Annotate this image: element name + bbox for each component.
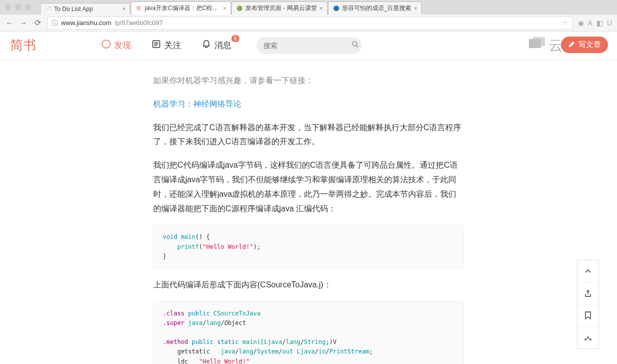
close-window[interactable] <box>5 4 11 10</box>
search-box[interactable] <box>256 37 362 54</box>
tab-label: 发布管理页面 - 网易云课堂 <box>245 4 317 13</box>
svg-line-6 <box>357 45 359 47</box>
maximize-window[interactable] <box>25 4 31 10</box>
close-icon[interactable]: × <box>414 5 417 12</box>
write-label: 写文章 <box>578 40 601 50</box>
search-icon[interactable] <box>351 40 360 51</box>
close-icon[interactable]: × <box>223 5 226 12</box>
back-button[interactable]: ← <box>5 19 14 28</box>
browser-tab[interactable]: 📄 To Do List App × <box>40 3 130 15</box>
article-paragraph: 我们把C代码编译成java字节码，这样我们的C语言便具备了可跨品台属性。通过把C… <box>153 158 464 216</box>
svg-line-14 <box>588 337 590 339</box>
svg-rect-8 <box>533 37 545 46</box>
extension-icon[interactable]: A <box>588 19 592 27</box>
nav-discover[interactable]: 发现 <box>101 39 131 52</box>
tab-favicon: 简 <box>135 5 142 12</box>
bookmark-button[interactable] <box>577 304 598 326</box>
close-icon[interactable]: × <box>122 6 126 13</box>
site-header: 简书 发现 关注 消息 6 云课堂 写文章 <box>0 32 617 60</box>
browser-tab[interactable]: 简 java开发C编译器：把C程序编译... × <box>131 2 231 15</box>
tab-favicon: 🟢 <box>236 5 243 12</box>
svg-line-13 <box>585 337 588 339</box>
extension-icon[interactable]: U <box>607 19 612 27</box>
scroll-top-button[interactable] <box>577 260 598 282</box>
browser-tab[interactable]: 🟢 发布管理页面 - 网易云课堂 × <box>231 2 328 15</box>
notification-badge: 6 <box>231 35 239 42</box>
nav-messages[interactable]: 消息 6 <box>201 39 231 52</box>
follow-icon <box>151 39 161 52</box>
tab-label: java开发C编译器：把C程序编译... <box>145 4 220 13</box>
browser-tab[interactable]: 🔵 形容可怕的成语_百度搜索 × <box>328 2 422 15</box>
tab-label: 形容可怕的成语_百度搜索 <box>342 4 412 13</box>
article-paragraph: 我们已经完成了C语言解释器的基本开发，当下解释器已经能解释执行大部分C语言程序了… <box>153 121 464 150</box>
nav-label: 发现 <box>114 40 131 51</box>
article-paragraph: 上面代码编译后形成下面内容(CSourceToJava.j)： <box>153 278 464 292</box>
extension-icon[interactable]: ◧ <box>596 19 603 27</box>
minimize-window[interactable] <box>15 4 21 10</box>
close-icon[interactable]: × <box>320 5 323 12</box>
float-toolbar <box>577 260 599 349</box>
share-button[interactable] <box>577 282 598 304</box>
tab-favicon: 📄 <box>45 6 52 13</box>
browser-tab-bar: 📄 To Do List App × 简 java开发C编译器：把C程序编译..… <box>0 0 617 15</box>
extension-icons: ◉ A ◧ U <box>578 19 612 27</box>
nav-label: 消息 <box>214 40 231 51</box>
reload-button[interactable]: ⟳ <box>33 18 42 28</box>
article-content: 如果你对机器学习感兴趣，请参看一下链接： 机器学习：神经网络导论 我们已经完成了… <box>153 60 464 364</box>
code-block: .class public CSourceToJava .super java/… <box>153 301 464 364</box>
svg-point-0 <box>102 40 110 48</box>
more-button[interactable] <box>577 326 598 348</box>
article-link[interactable]: 机器学习：神经网络导论 <box>153 100 241 108</box>
info-icon[interactable]: ⓘ <box>52 19 58 28</box>
nav-label: 关注 <box>164 40 181 51</box>
article-text: 如果你对机器学习感兴趣，请参看一下链接： <box>153 74 464 88</box>
address-bar: ← → ⟳ ⓘ www.jianshu.com/p/87ae6b0fc097 ☆… <box>0 15 617 32</box>
url-field[interactable]: ⓘ www.jianshu.com/p/87ae6b0fc097 ☆ <box>47 17 573 30</box>
window-controls <box>5 4 31 10</box>
svg-point-5 <box>353 41 357 46</box>
extension-icon[interactable]: ◉ <box>578 19 584 27</box>
forward-button[interactable]: → <box>19 19 28 28</box>
code-block: void main() { printf("Hello World!"); } <box>153 225 464 269</box>
nav-follow[interactable]: 关注 <box>151 39 181 52</box>
url-path: /p/87ae6b0fc097 <box>114 19 163 27</box>
tab-favicon: 🔵 <box>333 5 340 12</box>
pen-icon <box>568 40 576 50</box>
url-host: www.jianshu.com <box>61 19 111 27</box>
search-input[interactable] <box>263 42 351 50</box>
site-logo[interactable]: 简书 <box>10 37 36 54</box>
write-article-button[interactable]: 写文章 <box>561 37 608 53</box>
bell-icon <box>201 39 211 52</box>
compass-icon <box>101 39 111 52</box>
star-icon[interactable]: ☆ <box>562 19 568 27</box>
tab-label: To Do List App <box>54 6 120 13</box>
